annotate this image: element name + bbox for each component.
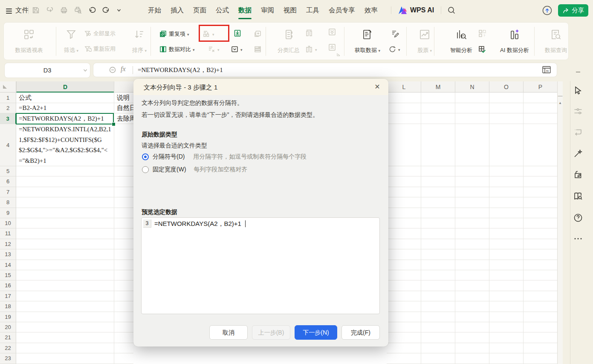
stock-button[interactable]: 股票 ▾ xyxy=(408,26,442,57)
row-header[interactable]: 21 xyxy=(0,332,16,343)
cell-d1[interactable]: 公式 xyxy=(16,92,114,103)
share-button[interactable]: 分享 xyxy=(558,4,588,17)
menu-tab[interactable]: 开始 xyxy=(143,0,166,20)
column-header[interactable]: O xyxy=(489,81,523,92)
file-menu[interactable]: 文件 xyxy=(15,0,29,20)
cell-e3[interactable]: 去除周 xyxy=(114,113,133,124)
menu-tab[interactable]: 会员专享 xyxy=(324,0,360,20)
menu-tab[interactable]: 审阅 xyxy=(256,0,279,20)
row-header[interactable]: 13 xyxy=(0,249,16,260)
duplicates-button[interactable]: 重复项 ▾ xyxy=(159,30,189,38)
fx-icon[interactable]: fx xyxy=(121,65,126,73)
loop-icon[interactable] xyxy=(573,127,583,137)
collapse-formula-icon[interactable] xyxy=(109,66,117,74)
cell-e1[interactable]: 说明 xyxy=(114,92,133,103)
menu-tab[interactable]: 效率 xyxy=(360,0,382,20)
formula-input[interactable]: =NETWORKDAYS(A2，B2)+1 xyxy=(138,63,223,77)
row-header[interactable]: 2 xyxy=(0,103,16,113)
row-header[interactable]: 5 xyxy=(0,166,16,176)
radio-delimited-row[interactable]: 分隔符号(D) 用分隔字符，如逗号或制表符分隔每个字段 xyxy=(153,153,307,161)
compare-button[interactable]: 数据对比 ▾ xyxy=(159,45,195,53)
cloud-upload-icon[interactable] xyxy=(542,5,553,16)
eco-icon[interactable] xyxy=(573,170,583,180)
row-header[interactable]: 6 xyxy=(0,176,16,187)
column-header-selected[interactable]: D xyxy=(16,81,114,92)
subtotal-button[interactable]: 分类汇总 xyxy=(272,26,306,57)
row-header[interactable]: 3 xyxy=(0,113,16,124)
column-header[interactable]: L xyxy=(387,81,421,92)
row-header[interactable]: 8 xyxy=(0,197,16,208)
radio-fixed-width[interactable] xyxy=(142,166,149,173)
fill-handle[interactable] xyxy=(112,122,116,126)
validation-button[interactable]: ▾ xyxy=(208,45,220,53)
radio-delimited[interactable] xyxy=(142,153,149,160)
dropdown-list-button[interactable]: ▾ xyxy=(231,45,243,53)
simulate-button[interactable]: ? xyxy=(478,29,486,38)
cell-d2[interactable]: =B2-A2+1 xyxy=(16,103,114,113)
back-button[interactable]: 上一步(B) xyxy=(252,325,290,340)
row-header[interactable]: 9 xyxy=(0,208,16,218)
chevron-down-icon[interactable] xyxy=(116,7,122,13)
name-box[interactable]: D3 xyxy=(4,63,90,78)
scrollbar-split-icon[interactable]: — xyxy=(558,93,563,98)
sort-button[interactable]: 排序 ▾ xyxy=(122,26,156,57)
preview-box[interactable]: 3 =NETWORKDAYS(A2，B2)+1 xyxy=(141,217,380,314)
row-header[interactable]: 4 xyxy=(0,124,16,166)
row-header[interactable]: 15 xyxy=(0,270,16,280)
row-header[interactable]: 16 xyxy=(0,280,16,291)
menu-tab[interactable]: 工具 xyxy=(301,0,324,20)
solver-button[interactable] xyxy=(478,45,486,54)
redo-icon[interactable] xyxy=(102,6,110,14)
more-icon[interactable] xyxy=(573,234,583,244)
menu-tab[interactable]: 公式 xyxy=(211,0,234,20)
row-header[interactable]: 10 xyxy=(0,218,16,228)
save-icon[interactable] xyxy=(32,6,40,14)
row-header[interactable]: 20 xyxy=(0,322,16,332)
collapse-detail-button[interactable] xyxy=(328,43,336,52)
row-header[interactable]: 1 xyxy=(0,92,16,103)
vertical-scrollbar[interactable]: — ▲ xyxy=(557,81,563,364)
import-data-button[interactable] xyxy=(233,29,242,38)
search-icon[interactable] xyxy=(447,6,456,15)
menu-tab[interactable]: 页面 xyxy=(188,0,211,20)
edit-links-button[interactable] xyxy=(391,29,399,38)
dialog-launcher-icon[interactable] xyxy=(336,52,341,57)
reader-search-icon[interactable] xyxy=(573,191,583,201)
undo-icon[interactable] xyxy=(88,6,96,14)
row-header[interactable]: 14 xyxy=(0,260,16,270)
reapply-button[interactable]: 重新应用 xyxy=(84,45,116,53)
magic-wand-icon[interactable] xyxy=(573,148,583,159)
close-icon[interactable]: ✕ xyxy=(373,83,382,91)
expand-detail-button[interactable] xyxy=(328,28,336,36)
pivot-table-button[interactable]: 数据透视表 xyxy=(12,26,46,57)
row-header[interactable]: 17 xyxy=(0,291,16,301)
merge-cells-button[interactable] xyxy=(254,45,262,53)
print-icon[interactable] xyxy=(60,6,68,14)
menu-tab[interactable]: 插入 xyxy=(166,0,188,20)
menu-tab[interactable]: 视图 xyxy=(279,0,301,20)
row-header[interactable]: 19 xyxy=(0,312,16,322)
radio-fixed-width-row[interactable]: 固定宽度(W) 每列字段加空格对齐 xyxy=(153,166,247,173)
sliders-icon[interactable] xyxy=(573,106,583,116)
export-icon[interactable] xyxy=(46,6,54,14)
column-header[interactable] xyxy=(114,81,133,92)
wps-ai-logo[interactable] xyxy=(398,6,408,14)
chevron-down-icon[interactable] xyxy=(83,63,88,78)
wps-ai-label[interactable]: WPS AI xyxy=(410,0,434,20)
insert-function-panel-icon[interactable]: fx xyxy=(542,66,551,74)
filter-button[interactable]: 筛选 ▾ xyxy=(54,26,88,57)
help-icon[interactable] xyxy=(573,213,583,223)
smart-analysis-button[interactable]: 智能分析 xyxy=(444,26,478,57)
row-header[interactable]: 18 xyxy=(0,301,16,312)
print-preview-icon[interactable] xyxy=(74,6,82,14)
column-header[interactable]: P xyxy=(523,81,557,92)
row-header[interactable]: 12 xyxy=(0,239,16,249)
row-header[interactable]: 22 xyxy=(0,343,16,353)
refresh-button[interactable]: ▾ xyxy=(388,45,400,53)
menu-tab-active[interactable]: 数据 xyxy=(234,0,256,20)
row-header[interactable]: 11 xyxy=(0,228,16,239)
show-all-button[interactable]: 全部显示 xyxy=(84,30,116,38)
select-all-corner[interactable] xyxy=(0,81,16,92)
group-button[interactable] xyxy=(305,29,313,38)
insert-cells-button[interactable] xyxy=(254,30,262,38)
